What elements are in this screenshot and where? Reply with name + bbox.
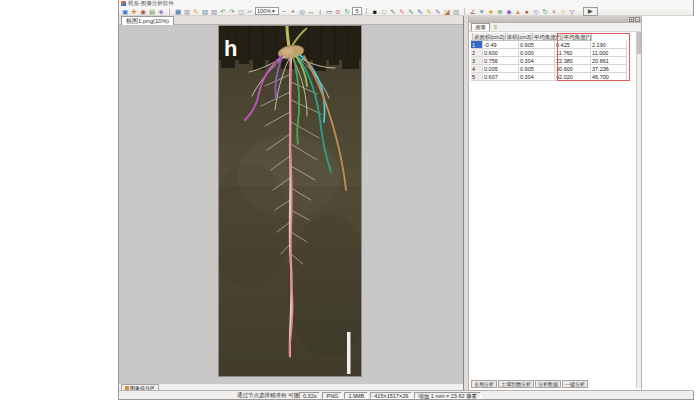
angle1-cell[interactable]: 0.425	[555, 41, 591, 49]
toolbar-icon[interactable]: ↻	[343, 7, 351, 16]
panel-title-bar: ▾ ×	[469, 16, 641, 23]
toolbar-icon[interactable]: ✎	[398, 7, 406, 16]
pointer-tool-button[interactable]: ▶	[583, 7, 598, 16]
chevron-down-icon: ▾	[272, 8, 275, 14]
toolbar-icon[interactable]: ▨	[210, 7, 218, 16]
row-number-cell[interactable]: 3	[471, 57, 483, 65]
root-image[interactable]: h	[219, 26, 361, 376]
toolbar-icon[interactable]: ↔	[307, 7, 315, 16]
angle1-cell[interactable]: 42.020	[555, 73, 591, 81]
table-row[interactable]: 3 0.756 0.304 22.380 20.861	[471, 57, 627, 65]
toolbar-icon[interactable]: ≡	[478, 7, 486, 16]
angle1-cell[interactable]: 11.760	[555, 49, 591, 57]
angle2-cell[interactable]: 20.861	[591, 57, 627, 65]
image-canvas[interactable]: h	[119, 25, 463, 384]
row-number-cell[interactable]: 5	[471, 73, 483, 81]
toolbar-icon[interactable]: ✎	[389, 7, 397, 16]
panel-footer-button[interactable]: 一键分析	[562, 380, 588, 388]
toolbar-icon[interactable]: ▲	[514, 7, 522, 16]
toolbar-icon[interactable]: ◇	[532, 7, 540, 16]
table-column-header[interactable]: 体积(cm3)	[506, 33, 533, 41]
toolbar-separator	[366, 8, 367, 15]
toolbar-icon[interactable]: ◆	[505, 7, 513, 16]
toolbar-icon[interactable]: ▭	[325, 7, 333, 16]
row-number-cell[interactable]: 4	[471, 65, 483, 73]
zoom-select[interactable]: 100% ▾	[255, 7, 279, 15]
toolbar-icon[interactable]: ◫	[237, 7, 245, 16]
panel-letter-label: h	[224, 36, 237, 61]
toolbar-icon[interactable]: ■	[371, 7, 379, 16]
volume-cell[interactable]: 0.000	[519, 49, 555, 57]
angle2-cell[interactable]: 2.190	[591, 41, 627, 49]
surface-area-cell[interactable]: -0.49	[483, 41, 519, 49]
toolbar-icon[interactable]: □	[380, 7, 388, 16]
close-icon[interactable]: ×	[635, 17, 640, 22]
toolbar-icon[interactable]: ↻	[541, 7, 549, 16]
toolbar-icon[interactable]: ×	[550, 7, 558, 16]
panel-footer-button[interactable]: 全局分析	[471, 380, 497, 388]
toolbar-icon[interactable]: ↕	[316, 7, 324, 16]
app-window: 根系-图像分析软件 ▣✚◉▤◈ ▦▥✎▧▨↶↷◫✂ 100% ▾ −+◎↔↕▭⊙…	[118, 0, 694, 400]
surface-area-cell[interactable]: 0.756	[483, 57, 519, 65]
toolbar-icon[interactable]: ▥	[183, 7, 191, 16]
toolbar-icon[interactable]: ◪	[443, 7, 451, 16]
surface-area-cell[interactable]: 0.005	[483, 65, 519, 73]
toolbar-icon[interactable]: ▨	[452, 7, 460, 16]
angle2-cell[interactable]: 37.236	[591, 65, 627, 73]
toolbar-icon[interactable]: ▧	[201, 7, 209, 16]
toolbar-icon[interactable]: ✎	[434, 7, 442, 16]
toolbar-icon[interactable]: ●	[523, 7, 531, 16]
table-column-header[interactable]: 平均角度(°)	[533, 33, 563, 41]
volume-cell[interactable]: 0.304	[519, 73, 555, 81]
brush-size-spinner[interactable]: 5	[352, 7, 362, 15]
toolbar-icon[interactable]: ◎	[298, 7, 306, 16]
pin-icon[interactable]: ▾	[629, 17, 634, 22]
volume-cell[interactable]: 0.905	[519, 41, 555, 49]
toolbar-icon[interactable]: ✎	[192, 7, 200, 16]
angle1-cell[interactable]: 22.380	[555, 57, 591, 65]
toolbar-icon[interactable]: ∠	[469, 7, 477, 16]
toolbar-icon[interactable]: ⊕	[496, 7, 504, 16]
measurement-panel: ▾ × 测量 ≡ 表面积(cm2)体积(cm3)平均角度(°)平均角度(°) 1…	[469, 16, 641, 391]
toolbar-icon[interactable]: ✂	[246, 7, 254, 16]
surface-area-cell[interactable]: 0.607	[483, 73, 519, 81]
table-row[interactable]: 5 0.607 0.304 42.020 46.700	[471, 73, 627, 81]
toolbar-icon[interactable]: ▣	[121, 7, 129, 16]
angle1-cell[interactable]: 30.600	[555, 65, 591, 73]
toolbar-icon[interactable]: ✎	[416, 7, 424, 16]
table-options-icon[interactable]: ≡	[492, 23, 499, 31]
volume-cell[interactable]: 0.304	[519, 57, 555, 65]
table-column-header[interactable]: 平均角度(°)	[563, 33, 593, 41]
surface-area-cell[interactable]: 0.600	[483, 49, 519, 57]
toolbar-icon[interactable]: ⊙	[334, 7, 342, 16]
table-row[interactable]: 4 0.005 0.905 30.600 37.236	[471, 65, 627, 73]
toolbar-icon[interactable]: ↷	[228, 7, 236, 16]
toolbar-icon[interactable]: ✎	[425, 7, 433, 16]
toolbar-icon[interactable]: ▤	[148, 7, 156, 16]
toolbar-icon[interactable]: ✎	[407, 7, 415, 16]
tab-measure[interactable]: 测量	[471, 23, 490, 31]
toolbar-icon[interactable]: ▽	[568, 7, 576, 16]
panel-footer-button[interactable]: 土壤剖面分析	[498, 380, 534, 388]
table-row[interactable]: 2 0.600 0.000 11.760 11.000	[471, 49, 627, 57]
status-field: 0.32s	[299, 392, 320, 399]
volume-cell[interactable]: 0.905	[519, 65, 555, 73]
toolbar-icon[interactable]: ◈	[157, 7, 165, 16]
table-row[interactable]: 1 -0.49 0.905 0.425 2.190	[471, 41, 627, 49]
panel-footer-button[interactable]: 分析数据	[535, 380, 561, 388]
row-number-cell[interactable]: 2	[471, 49, 483, 57]
scale-bar	[347, 332, 351, 374]
angle2-cell[interactable]: 11.000	[591, 49, 627, 57]
table-column-header[interactable]: 表面积(cm2)	[473, 33, 506, 41]
toolbar-icon[interactable]: ▦	[174, 7, 182, 16]
toolbar-icon[interactable]: ★	[487, 7, 495, 16]
toolbar-icon[interactable]: ◉	[139, 7, 147, 16]
toolbar-icon[interactable]: ↶	[219, 7, 227, 16]
angle2-cell[interactable]: 46.700	[591, 73, 627, 81]
toolbar-icon[interactable]: ☆	[559, 7, 567, 16]
toolbar-icon[interactable]: ✚	[130, 7, 138, 16]
document-tab[interactable]: 根图1.png(10%)	[121, 16, 174, 25]
toolbar-icon[interactable]: +	[289, 7, 297, 16]
toolbar-icon[interactable]: −	[280, 7, 288, 16]
row-number-cell[interactable]: 1	[471, 41, 483, 49]
